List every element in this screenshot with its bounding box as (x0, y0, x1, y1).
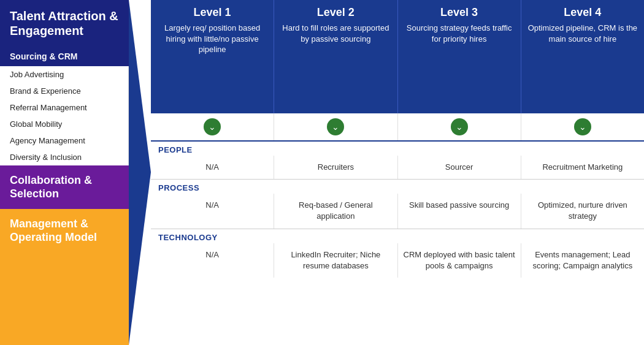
level-4-title: Level 4 (526, 6, 639, 19)
sidebar-collaboration[interactable]: Collaboration & Selection (0, 165, 129, 209)
people-section: PEOPLE N/A Recruiters Sourcer Recruitmen… (151, 142, 644, 180)
levels-header: Level 1 Largely req/ position based hiri… (151, 0, 644, 113)
chevron-down-icon-1: ⌄ (209, 123, 216, 131)
process-cell-1: N/A (151, 194, 274, 228)
level-2-title: Level 2 (279, 6, 392, 19)
chevron-btn-4[interactable]: ⌄ (574, 118, 591, 135)
chevron-down-icon-2: ⌄ (332, 123, 339, 131)
chevron-btn-3[interactable]: ⌄ (451, 118, 468, 135)
level-1-desc: Largely req/ position based hiring with … (156, 23, 269, 55)
level-3-title: Level 3 (403, 6, 516, 19)
menu-item-agency-management[interactable]: Agency Management (0, 132, 128, 149)
level-3-header: Level 3 Sourcing strategy feeds traffic … (397, 0, 521, 113)
level-4-header: Level 4 Optimized pipeline, CRM is the m… (521, 0, 644, 113)
process-cell-2: Req-based / General application (274, 194, 397, 228)
arrow-divider (129, 0, 151, 345)
people-cells: N/A Recruiters Sourcer Recruitment Marke… (151, 156, 644, 179)
main-container: Talent Attraction & Engagement Sourcing … (0, 0, 644, 345)
technology-section: TECHNOLOGY N/A LinkedIn Recruiter; Niche… (151, 229, 644, 345)
level-3-desc: Sourcing strategy feeds traffic for prio… (403, 23, 516, 44)
level-1-title: Level 1 (156, 6, 269, 19)
people-section-header: PEOPLE (151, 142, 644, 156)
sourcing-crm-label: Sourcing & CRM (10, 51, 119, 61)
sidebar: Talent Attraction & Engagement Sourcing … (0, 0, 129, 345)
menu-item-brand-experience[interactable]: Brand & Experience (0, 83, 128, 99)
sidebar-sourcing-crm[interactable]: Sourcing & CRM (0, 47, 129, 66)
chevron-row: ⌄ ⌄ ⌄ ⌄ (151, 113, 644, 142)
process-cells: N/A Req-based / General application Skil… (151, 194, 644, 228)
technology-section-title: TECHNOLOGY (158, 233, 218, 242)
people-cell-3: Sourcer (397, 156, 521, 179)
process-section-header: PROCESS (151, 180, 644, 194)
chevron-cell-2: ⌄ (274, 113, 397, 140)
people-cell-4: Recruitment Marketing (521, 156, 644, 179)
menu-item-job-advertising[interactable]: Job Advertising (0, 66, 128, 83)
menu-item-diversity-inclusion[interactable]: Diversity & Inclusion (0, 149, 128, 165)
menu-item-global-mobility[interactable]: Global Mobility (0, 116, 128, 132)
technology-cell-1: N/A (151, 243, 274, 278)
grid-body: PEOPLE N/A Recruiters Sourcer Recruitmen… (151, 142, 644, 345)
level-1-header: Level 1 Largely req/ position based hiri… (151, 0, 274, 113)
level-4-desc: Optimized pipeline, CRM is the main sour… (526, 23, 639, 44)
sidebar-top-title: Talent Attraction & Engagement (10, 9, 119, 38)
chevron-btn-2[interactable]: ⌄ (327, 118, 344, 135)
process-section-title: PROCESS (158, 183, 199, 192)
chevron-btn-1[interactable]: ⌄ (204, 118, 221, 135)
process-section: PROCESS N/A Req-based / General applicat… (151, 180, 644, 229)
collab-title: Collaboration & Selection (10, 174, 119, 200)
technology-cells: N/A LinkedIn Recruiter; Niche resume dat… (151, 243, 644, 278)
technology-cell-2: LinkedIn Recruiter; Niche resume databas… (274, 243, 397, 278)
process-cell-4: Optimized, nurture driven strategy (521, 194, 644, 228)
chevron-cell-1: ⌄ (151, 113, 274, 140)
chevron-down-icon-3: ⌄ (456, 123, 463, 131)
sidebar-talent-attraction: Talent Attraction & Engagement (0, 0, 129, 47)
people-cell-1: N/A (151, 156, 274, 179)
main-grid: Level 1 Largely req/ position based hiri… (151, 0, 644, 345)
chevron-cell-3: ⌄ (397, 113, 521, 140)
level-2-desc: Hard to fill roles are supported by pass… (279, 23, 392, 44)
sidebar-menu: Job Advertising Brand & Experience Refer… (0, 66, 129, 165)
level-2-header: Level 2 Hard to fill roles are supported… (274, 0, 397, 113)
people-cell-2: Recruiters (274, 156, 397, 179)
sidebar-management[interactable]: Management & Operating Model (0, 209, 129, 345)
technology-cell-3: CRM deployed with basic talent pools & c… (397, 243, 521, 278)
process-cell-3: Skill based passive sourcing (397, 194, 521, 228)
menu-item-referral-management[interactable]: Referral Management (0, 99, 128, 116)
chevron-down-icon-4: ⌄ (579, 123, 586, 131)
technology-cell-4: Events management; Lead scoring; Campaig… (521, 243, 644, 278)
people-section-title: PEOPLE (158, 145, 193, 154)
chevron-cell-4: ⌄ (521, 113, 644, 140)
technology-section-header: TECHNOLOGY (151, 229, 644, 243)
mgmt-title: Management & Operating Model (10, 218, 119, 244)
